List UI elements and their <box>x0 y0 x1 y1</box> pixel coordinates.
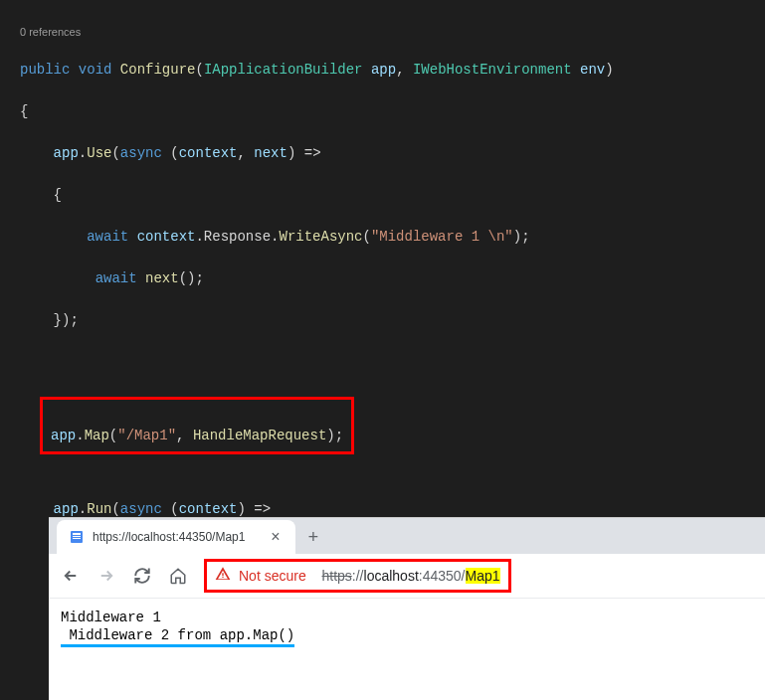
code-line[interactable]: { <box>0 185 765 206</box>
warning-icon <box>215 566 231 586</box>
new-tab-button[interactable]: + <box>299 524 327 552</box>
tab-favicon-icon <box>69 529 85 545</box>
code-line[interactable]: app.Use(async (context, next) => <box>0 143 765 164</box>
reload-icon[interactable] <box>128 562 156 590</box>
browser-tab[interactable]: https://localhost:44350/Map1 × <box>57 520 295 554</box>
code-line[interactable]: { <box>0 101 765 122</box>
svg-rect-2 <box>73 536 81 537</box>
code-line[interactable]: public void Configure(IApplicationBuilde… <box>0 60 765 81</box>
code-line[interactable] <box>0 457 765 478</box>
output-line-2: Middleware 2 from app.Map() <box>61 627 294 647</box>
svg-rect-3 <box>73 538 81 539</box>
code-line[interactable]: }); <box>0 310 765 331</box>
home-icon[interactable] <box>164 562 192 590</box>
security-text: Not secure <box>239 568 306 584</box>
svg-rect-1 <box>73 533 81 535</box>
browser-toolbar: Not secure https://localhost:44350/Map1 <box>49 554 765 599</box>
code-line[interactable] <box>0 352 765 373</box>
browser-content: Middleware 1 Middleware 2 from app.Map() <box>49 599 765 654</box>
code-line[interactable]: await next(); <box>0 268 765 289</box>
tab-title: https://localhost:44350/Map1 <box>93 530 260 544</box>
reference-count[interactable]: 0 references <box>0 25 765 39</box>
code-line[interactable]: await context.Response.WriteAsync("Middl… <box>0 227 765 248</box>
url-text: https://localhost:44350/Map1 <box>314 568 500 584</box>
browser-window: https://localhost:44350/Map1 × + Not sec… <box>49 517 765 700</box>
tab-close-icon[interactable]: × <box>268 529 284 545</box>
forward-icon[interactable] <box>93 562 120 590</box>
back-icon[interactable] <box>57 562 85 590</box>
address-bar[interactable]: Not secure https://localhost:44350/Map1 <box>204 559 511 593</box>
highlighted-code-box: app.Map("/Map1", HandleMapRequest); <box>40 397 354 454</box>
output-line-1: Middleware 1 <box>61 610 161 625</box>
browser-tab-strip: https://localhost:44350/Map1 × + <box>49 518 765 554</box>
